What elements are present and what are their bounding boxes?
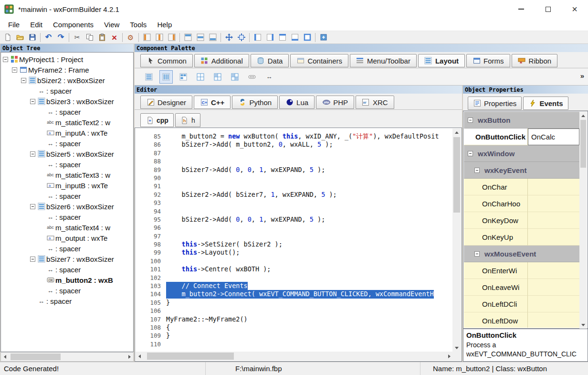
event-category[interactable]: wxWindow	[464, 145, 579, 162]
close-button[interactable]: ×	[561, 0, 588, 18]
collapse-icon[interactable]	[12, 67, 17, 73]
generate-code-button[interactable]: ⚙	[125, 32, 136, 43]
editor-tab-xrc[interactable]: xrXRC	[356, 96, 394, 109]
tree-item[interactable]: bSizer2 : wxBoxSizer	[1, 75, 133, 86]
tree-item[interactable]: MyProject1 : Project	[1, 54, 133, 64]
file-tab-cpp[interactable]: +cpp	[140, 113, 174, 127]
event-name[interactable]: OnKeyDow	[464, 212, 528, 229]
editor-tab-c[interactable]: C+C++	[194, 96, 231, 109]
border-right-button[interactable]	[264, 32, 276, 43]
collapse-icon[interactable]	[468, 151, 473, 156]
scroll-arrow[interactable]	[579, 112, 587, 119]
paste-button[interactable]	[96, 32, 108, 43]
tree-item[interactable]: ↔: spacer	[1, 86, 133, 96]
collapse-icon[interactable]	[474, 251, 480, 257]
delete-button[interactable]: ×	[108, 32, 120, 43]
align-middle-button[interactable]	[194, 32, 206, 43]
code-text-area[interactable]: 85 m_button2 = new wxButton( this, wxID_…	[136, 129, 452, 351]
border-all-button[interactable]	[301, 32, 313, 43]
menu-help[interactable]: Help	[152, 18, 177, 31]
menu-edit[interactable]: Edit	[25, 18, 48, 31]
tree-item[interactable]: am_inputA : wxTe	[1, 128, 133, 138]
tree-item[interactable]: ↔: spacer	[1, 285, 133, 296]
event-value[interactable]: OnCalc	[528, 129, 579, 145]
event-value[interactable]	[528, 279, 579, 296]
border-left-button[interactable]	[252, 32, 263, 43]
align-center-button[interactable]	[153, 32, 165, 43]
tree-item[interactable]: bSizer6 : wxBoxSizer	[1, 201, 133, 212]
event-category[interactable]: wxMouseEvent	[464, 246, 579, 262]
tree-item[interactable]: bSizer7 : wxBoxSizer	[1, 254, 133, 264]
palette-tool-box-sizer[interactable]	[142, 70, 156, 84]
menu-tools[interactable]: Tools	[125, 18, 152, 31]
tree-item[interactable]: am_output : wxTe	[1, 233, 133, 243]
copy-button[interactable]	[84, 32, 95, 43]
event-category[interactable]: wxButton	[464, 112, 579, 129]
tree-item[interactable]: OKm_button2 : wxB	[1, 275, 133, 285]
palette-tab-containers[interactable]: Containers	[290, 54, 348, 67]
collapse-icon[interactable]	[21, 78, 26, 83]
event-value[interactable]	[528, 195, 579, 212]
properties-tab-properties[interactable]: Properties	[468, 96, 522, 110]
collapse-icon[interactable]	[30, 204, 35, 209]
align-top-button[interactable]	[182, 32, 194, 43]
scroll-thumb[interactable]	[453, 137, 460, 213]
palette-tool-grid-sizer[interactable]	[194, 70, 207, 84]
collapse-icon[interactable]	[3, 57, 8, 62]
editor-tab-designer[interactable]: Designer	[140, 96, 192, 109]
tree-item[interactable]: abcm_staticText2 : w	[1, 117, 133, 128]
editor-tab-python[interactable]: Python	[232, 96, 278, 109]
stretch-button[interactable]	[235, 32, 247, 43]
default-size-button[interactable]	[317, 32, 329, 43]
event-name[interactable]: OnLeaveWi	[464, 279, 528, 296]
palette-tab-additional[interactable]: Additional	[194, 54, 249, 67]
palette-tool-grid-bag-sizer[interactable]	[228, 70, 242, 84]
editor-tab-lua[interactable]: Lua	[279, 96, 315, 109]
scroll-thumb[interactable]	[580, 120, 586, 168]
palette-tool-spacer[interactable]: ↔	[262, 70, 276, 84]
collapse-icon[interactable]	[30, 151, 35, 157]
event-value[interactable]	[528, 212, 579, 229]
event-value[interactable]	[528, 179, 579, 195]
open-button[interactable]	[14, 32, 26, 43]
undo-button[interactable]: ↶	[42, 32, 54, 43]
collapse-icon[interactable]	[30, 99, 35, 104]
minimize-button[interactable]	[508, 0, 535, 18]
menu-view[interactable]: View	[99, 18, 125, 31]
tree-item[interactable]: bSizer3 : wxBoxSizer	[1, 96, 133, 107]
event-value[interactable]	[528, 296, 579, 312]
cut-button[interactable]: ✂	[71, 32, 83, 43]
tree-item[interactable]: ↔: spacer	[1, 296, 133, 306]
event-category[interactable]: wxKeyEvent	[464, 162, 579, 179]
scroll-arrow[interactable]	[452, 129, 461, 136]
event-name[interactable]: OnChar	[464, 179, 528, 195]
palette-tab-menu-toolbar[interactable]: Menu/Toolbar	[350, 54, 417, 67]
align-bottom-button[interactable]	[207, 32, 219, 43]
tree-item[interactable]: abcm_staticText3 : w	[1, 170, 133, 180]
event-name[interactable]: OnButtonClick	[464, 129, 528, 145]
scroll-arrow[interactable]	[579, 321, 587, 329]
border-top-button[interactable]	[276, 32, 288, 43]
tree-item[interactable]: am_inputB : wxTe	[1, 180, 133, 191]
event-name[interactable]: OnLeftDow	[464, 312, 528, 328]
event-name[interactable]: OnLeftDCli	[464, 296, 528, 312]
scroll-arrow[interactable]	[126, 353, 133, 361]
collapse-icon[interactable]	[474, 168, 480, 173]
tree-item[interactable]: ↔: spacer	[1, 138, 133, 149]
file-tab-h[interactable]: hh	[175, 113, 200, 127]
scroll-arrow[interactable]	[452, 344, 461, 352]
scroll-arrow[interactable]	[1, 353, 9, 361]
collapse-icon[interactable]	[30, 257, 35, 262]
palette-tool-std-dialog-button-sizer[interactable]	[245, 70, 259, 84]
new-button[interactable]	[1, 32, 13, 43]
event-name[interactable]: OnEnterWi	[464, 262, 528, 279]
maximize-button[interactable]	[535, 0, 561, 18]
expand-button[interactable]	[223, 32, 235, 43]
redo-button[interactable]: ↷	[55, 32, 67, 43]
properties-tab-events[interactable]: Events	[523, 96, 568, 110]
event-value[interactable]	[528, 229, 579, 246]
event-value[interactable]	[528, 312, 579, 328]
align-right-button[interactable]	[166, 32, 178, 43]
scroll-arrow[interactable]	[445, 352, 453, 361]
tree-item[interactable]: ↔: spacer	[1, 212, 133, 222]
